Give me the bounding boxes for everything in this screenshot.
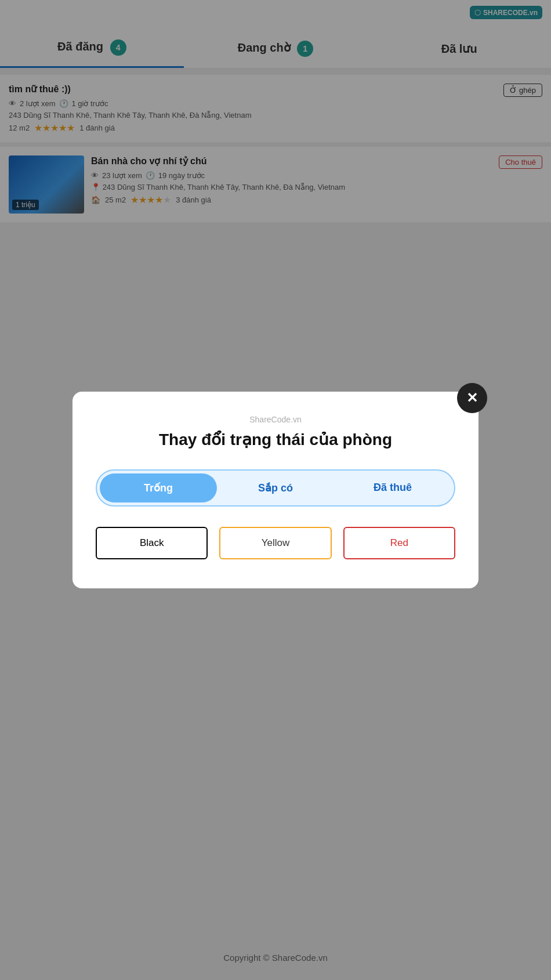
color-row: Black Yellow Red [96, 527, 455, 559]
close-button[interactable]: ✕ [457, 383, 487, 413]
status-da-thue[interactable]: Đã thuê [334, 473, 451, 502]
modal-overlay: ✕ ShareCode.vn Thay đổi trạng thái của p… [0, 0, 551, 980]
modal-title: Thay đổi trạng thái của phòng [96, 430, 455, 449]
color-red-button[interactable]: Red [343, 527, 455, 559]
status-trong[interactable]: Trống [100, 473, 217, 502]
status-selector: Trống Sắp có Đã thuê [96, 469, 455, 507]
status-sap-co[interactable]: Sắp có [217, 473, 334, 502]
modal-brand: ShareCode.vn [96, 415, 455, 424]
close-icon: ✕ [466, 390, 478, 406]
color-black-button[interactable]: Black [96, 527, 208, 559]
modal-dialog: ✕ ShareCode.vn Thay đổi trạng thái của p… [72, 392, 478, 588]
color-yellow-button[interactable]: Yellow [219, 527, 331, 559]
